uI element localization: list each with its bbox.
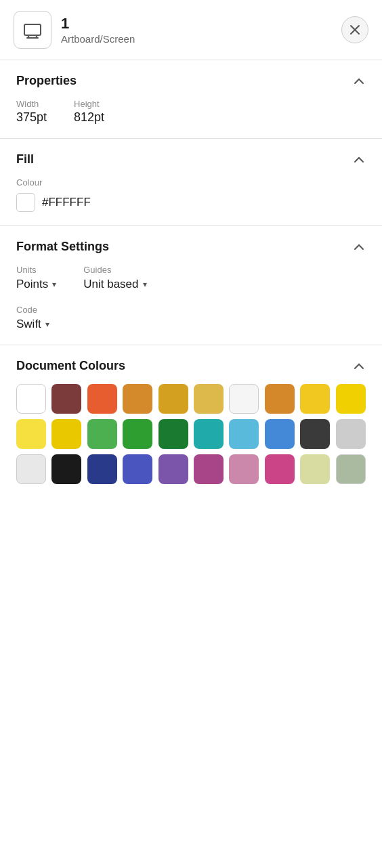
height-label: Height [74, 99, 104, 109]
height-value: 812pt [74, 110, 104, 125]
colours-grid [16, 384, 366, 484]
units-label: Units [16, 265, 56, 275]
colour-swatch-13[interactable] [123, 419, 152, 449]
header-text: 1 Artboard/Screen [61, 15, 341, 44]
colour-row: #FFFFFF [16, 193, 366, 212]
colour-swatch-15[interactable] [194, 419, 224, 449]
colour-swatch-10[interactable] [16, 419, 46, 449]
colour-swatch-17[interactable] [265, 419, 295, 449]
properties-grid: Width 375pt Height 812pt [16, 99, 366, 125]
properties-section: Properties Width 375pt Height 812pt [0, 60, 382, 139]
units-item: Units Points ▾ [16, 265, 56, 291]
close-button[interactable] [341, 16, 368, 43]
properties-title: Properties [16, 74, 77, 88]
width-property: Width 375pt [16, 99, 47, 125]
guides-dropdown-arrow: ▾ [143, 280, 147, 289]
colour-swatch-0[interactable] [16, 384, 46, 414]
colour-swatch-11[interactable] [51, 419, 81, 449]
colour-hex-value: #FFFFFF [42, 196, 91, 209]
code-label: Code [16, 305, 366, 315]
format-settings-section: Format Settings Units Points ▾ Guides Un… [0, 226, 382, 345]
colour-swatch-7[interactable] [265, 384, 295, 414]
colour-swatch-12[interactable] [87, 419, 117, 449]
svg-rect-0 [24, 24, 41, 35]
colour-label: Colour [16, 177, 366, 188]
units-value: Points [16, 278, 48, 291]
guides-label: Guides [83, 265, 146, 275]
format-settings-title: Format Settings [16, 240, 109, 254]
colour-swatch-6[interactable] [229, 384, 259, 414]
guides-item: Guides Unit based ▾ [83, 265, 146, 291]
colour-swatch-9[interactable] [336, 384, 366, 414]
width-value: 375pt [16, 110, 47, 125]
colour-swatch-20[interactable] [16, 454, 46, 484]
colour-swatch-14[interactable] [158, 419, 188, 449]
code-item: Code Swift ▾ [16, 305, 366, 331]
document-colours-header[interactable]: Document Colours [16, 359, 366, 373]
colour-swatch-21[interactable] [51, 454, 81, 484]
properties-section-header[interactable]: Properties [16, 74, 366, 88]
format-row-1: Units Points ▾ Guides Unit based ▾ [16, 265, 366, 291]
fill-section: Fill Colour #FFFFFF [0, 139, 382, 226]
colour-swatch-25[interactable] [194, 454, 224, 484]
header: 1 Artboard/Screen [0, 0, 382, 60]
units-dropdown[interactable]: Points ▾ [16, 278, 56, 291]
colour-swatch[interactable] [16, 193, 35, 212]
colour-swatch-27[interactable] [265, 454, 295, 484]
width-label: Width [16, 99, 47, 109]
colour-swatch-23[interactable] [123, 454, 152, 484]
format-settings-chevron-icon [352, 240, 366, 254]
colour-swatch-1[interactable] [51, 384, 81, 414]
colour-swatch-8[interactable] [300, 384, 330, 414]
properties-chevron-icon [352, 74, 366, 88]
artboard-subtitle: Artboard/Screen [61, 33, 341, 45]
document-colours-chevron-icon [352, 360, 366, 373]
artboard-icon [14, 11, 51, 49]
colour-swatch-22[interactable] [87, 454, 117, 484]
code-dropdown[interactable]: Swift ▾ [16, 318, 49, 331]
colour-swatch-4[interactable] [158, 384, 188, 414]
code-value: Swift [16, 318, 41, 331]
fill-section-header[interactable]: Fill [16, 152, 366, 167]
fill-chevron-icon [352, 153, 366, 167]
document-colours-title: Document Colours [16, 359, 125, 373]
code-dropdown-arrow: ▾ [45, 320, 49, 329]
artboard-number: 1 [61, 15, 341, 32]
colour-swatch-26[interactable] [229, 454, 259, 484]
colour-swatch-18[interactable] [300, 419, 330, 449]
fill-title: Fill [16, 152, 34, 167]
units-dropdown-arrow: ▾ [52, 280, 56, 289]
colour-swatch-28[interactable] [300, 454, 330, 484]
format-settings-header[interactable]: Format Settings [16, 240, 366, 254]
height-property: Height 812pt [74, 99, 104, 125]
guides-value: Unit based [83, 278, 138, 291]
colour-swatch-5[interactable] [194, 384, 224, 414]
document-colours-section: Document Colours [0, 345, 382, 498]
colour-swatch-3[interactable] [123, 384, 152, 414]
colour-swatch-19[interactable] [336, 419, 366, 449]
colour-swatch-29[interactable] [336, 454, 366, 484]
colour-swatch-24[interactable] [158, 454, 188, 484]
colour-swatch-16[interactable] [229, 419, 259, 449]
colour-swatch-2[interactable] [87, 384, 117, 414]
guides-dropdown[interactable]: Unit based ▾ [83, 278, 146, 291]
